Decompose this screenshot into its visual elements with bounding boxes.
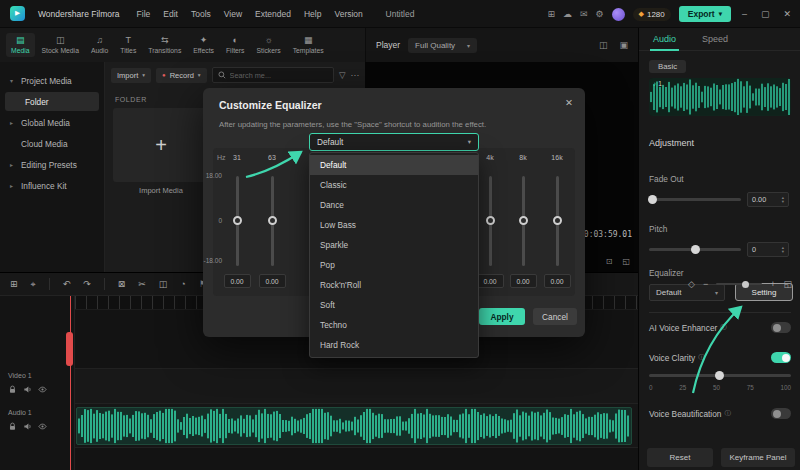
- sidebar-item-influence-kit[interactable]: ▸ Influence Kit: [0, 175, 104, 196]
- playhead-line[interactable]: [70, 296, 71, 470]
- split-icon[interactable]: ✂: [138, 280, 146, 289]
- fade-out-slider-handle[interactable]: [648, 195, 657, 204]
- voice-clarity-toggle[interactable]: [771, 352, 791, 363]
- speed-icon[interactable]: ◔: [180, 280, 185, 289]
- grid-view-icon[interactable]: ▣: [619, 40, 628, 50]
- crop-icon[interactable]: ◫: [159, 280, 168, 289]
- tab-effects[interactable]: ✦ Effects: [188, 33, 219, 57]
- sidebar-item-cloud-media[interactable]: Cloud Media: [0, 133, 104, 154]
- quality-dropdown[interactable]: Full Quality ▾: [408, 38, 477, 53]
- voice-clarity-slider-handle[interactable]: [715, 371, 724, 380]
- import-media-tile[interactable]: +: [113, 108, 209, 182]
- mute-icon[interactable]: [23, 422, 32, 431]
- reset-button[interactable]: Reset: [647, 448, 713, 467]
- tab-templates[interactable]: ▦ Templates: [288, 33, 329, 57]
- zoom-slider-handle[interactable]: [742, 281, 749, 288]
- voice-beautification-toggle[interactable]: [771, 408, 791, 419]
- audio-clip-thumbnail[interactable]: ♪ 1: [649, 78, 791, 116]
- zoom-out-icon[interactable]: −: [703, 279, 708, 289]
- keyframe-panel-button[interactable]: Keyframe Panel: [721, 448, 795, 467]
- eq-preset-option[interactable]: Rock'n'Roll: [310, 275, 478, 295]
- search-box[interactable]: [212, 67, 334, 83]
- fit-timeline-icon[interactable]: ◱: [783, 279, 792, 289]
- stepper-down-icon[interactable]: ▾: [782, 200, 784, 203]
- tab-transitions[interactable]: ⇆ Transitions: [143, 33, 186, 57]
- close-button[interactable]: ✕: [780, 9, 794, 19]
- sidebar-item-folder[interactable]: Folder: [5, 92, 99, 111]
- pitch-slider-handle[interactable]: [691, 245, 700, 254]
- eq-preset-option[interactable]: Classic: [310, 175, 478, 195]
- fullscreen-icon[interactable]: ◱: [622, 257, 630, 266]
- filmora-logo-icon[interactable]: ▶: [10, 6, 25, 21]
- search-input[interactable]: [230, 71, 328, 80]
- tab-filters[interactable]: ◐ Filters: [221, 33, 250, 57]
- cloud-icon[interactable]: ☁: [563, 10, 572, 19]
- mute-icon[interactable]: [23, 385, 32, 394]
- eq-band-value-field[interactable]: 0.00: [224, 274, 251, 288]
- eq-preset-option[interactable]: Pop: [310, 255, 478, 275]
- eq-preset-option[interactable]: Hard Rock: [310, 335, 478, 355]
- fade-out-value-field[interactable]: 0.00 ▴ ▾: [747, 192, 789, 207]
- eq-band-value-field[interactable]: 0.00: [510, 274, 537, 288]
- undo-icon[interactable]: ↶: [63, 280, 71, 289]
- tab-titles[interactable]: T Titles: [115, 33, 141, 57]
- keyframe-icon[interactable]: ◇: [688, 279, 695, 289]
- snapshot-icon[interactable]: ⊡: [606, 257, 613, 266]
- menu-version[interactable]: Version: [334, 9, 362, 19]
- eq-preset-dropdown[interactable]: Default ▾: [309, 133, 479, 151]
- eq-preset-option[interactable]: Default: [310, 155, 478, 175]
- delete-icon[interactable]: ⊠: [118, 280, 126, 289]
- track-options-icon[interactable]: ⊞: [10, 280, 18, 289]
- cancel-button[interactable]: Cancel: [533, 308, 577, 325]
- apply-button[interactable]: Apply: [479, 308, 525, 325]
- eq-preset-option[interactable]: Low Bass: [310, 215, 478, 235]
- more-icon[interactable]: ⋯: [351, 70, 360, 80]
- audio-clip[interactable]: [76, 407, 632, 445]
- record-button[interactable]: ● Record ▾: [156, 68, 207, 83]
- menu-extended[interactable]: Extended: [255, 9, 291, 19]
- eq-band-value-field[interactable]: 0.00: [259, 274, 286, 288]
- voice-clarity-slider[interactable]: [649, 374, 791, 377]
- zoom-in-icon[interactable]: +: [770, 279, 775, 289]
- eq-band-value-field[interactable]: 0.00: [544, 274, 571, 288]
- filter-icon[interactable]: ▽: [339, 70, 346, 80]
- redo-icon[interactable]: ↷: [83, 280, 91, 289]
- ai-voice-enhancer-toggle[interactable]: [771, 322, 791, 333]
- workspace-icon[interactable]: ⊞: [547, 10, 555, 19]
- eye-icon[interactable]: [38, 385, 47, 394]
- settings-icon[interactable]: ⚙: [595, 10, 603, 19]
- feedback-icon[interactable]: ✉: [580, 10, 588, 19]
- sidebar-item-project-media[interactable]: ▾ Project Media: [0, 70, 104, 91]
- tab-stock-media[interactable]: ◫ Stock Media: [37, 33, 84, 57]
- import-button[interactable]: Import ▾: [111, 68, 151, 83]
- eq-band-handle[interactable]: [519, 216, 528, 225]
- eq-preset-option[interactable]: Dance: [310, 195, 478, 215]
- export-button[interactable]: Export ▾: [679, 6, 731, 22]
- maximize-button[interactable]: ▢: [758, 9, 773, 19]
- fade-out-slider[interactable]: [649, 198, 741, 201]
- eq-band-handle[interactable]: [233, 216, 242, 225]
- zoom-slider[interactable]: [716, 283, 762, 285]
- eq-preset-option[interactable]: Techno: [310, 315, 478, 335]
- tab-audio-properties[interactable]: Audio: [653, 34, 676, 44]
- eq-band-value-field[interactable]: 0.00: [477, 274, 504, 288]
- menu-view[interactable]: View: [224, 9, 242, 19]
- menu-edit[interactable]: Edit: [163, 9, 178, 19]
- dialog-close-icon[interactable]: ✕: [565, 97, 573, 108]
- eq-band-handle[interactable]: [268, 216, 277, 225]
- minimize-button[interactable]: –: [739, 9, 750, 19]
- pitch-value-field[interactable]: 0 ▴ ▾: [747, 242, 789, 257]
- basic-chip[interactable]: Basic: [649, 60, 686, 73]
- tab-audio[interactable]: ♫ Audio: [86, 33, 113, 57]
- lock-icon[interactable]: [8, 385, 17, 394]
- eq-preset-option[interactable]: Sparkle: [310, 235, 478, 255]
- eq-preset-option[interactable]: Soft: [310, 295, 478, 315]
- stepper-down-icon[interactable]: ▾: [782, 250, 784, 253]
- lock-icon[interactable]: [8, 422, 17, 431]
- points-badge[interactable]: ◆ 1280: [633, 8, 671, 21]
- sidebar-item-global-media[interactable]: ▸ Global Media: [0, 112, 104, 133]
- sidebar-item-editing-presets[interactable]: ▸ Editing Presets: [0, 154, 104, 175]
- split-view-icon[interactable]: ◫: [599, 40, 608, 50]
- eq-band-handle[interactable]: [486, 216, 495, 225]
- menu-tools[interactable]: Tools: [191, 9, 211, 19]
